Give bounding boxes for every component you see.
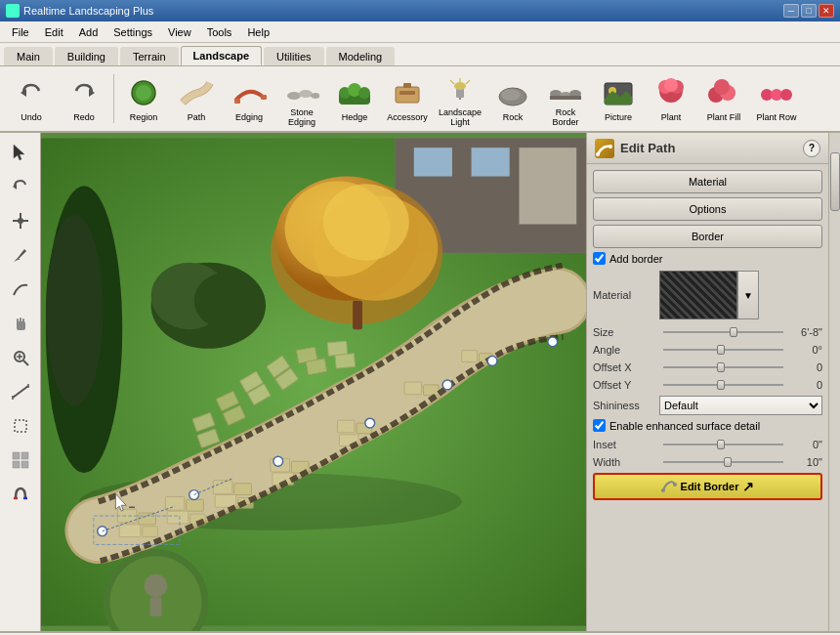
menu-settings[interactable]: Settings — [105, 24, 160, 40]
svg-point-121 — [323, 184, 409, 260]
svg-rect-57 — [15, 420, 26, 432]
edging-button[interactable]: Edging — [224, 71, 274, 126]
shininess-select[interactable]: Default Low Medium High — [659, 396, 822, 415]
panel-scrollbar[interactable] — [828, 133, 840, 631]
tab-landscape[interactable]: Landscape — [181, 46, 262, 65]
svg-point-71 — [46, 215, 104, 406]
svg-line-19 — [450, 80, 454, 84]
svg-rect-48 — [20, 318, 21, 324]
select-tool[interactable] — [5, 137, 36, 168]
size-label: Size — [593, 326, 659, 338]
hedge-button[interactable]: Hedge — [329, 71, 380, 126]
inset-value: 0" — [787, 439, 822, 450]
svg-line-54 — [13, 386, 28, 398]
options-button[interactable]: Options — [593, 197, 822, 221]
material-swatch[interactable] — [659, 271, 737, 319]
tab-modeling[interactable]: Modeling — [326, 47, 396, 65]
region-button[interactable]: Region — [118, 71, 169, 126]
shininess-row: Shininess Default Low Medium High — [593, 396, 822, 415]
tab-main[interactable]: Main — [4, 47, 53, 65]
svg-point-6 — [287, 92, 301, 100]
menu-help[interactable]: Help — [239, 24, 277, 40]
svg-point-44 — [18, 218, 23, 224]
svg-point-113 — [548, 337, 558, 347]
add-border-checkbox[interactable] — [593, 252, 606, 265]
svg-point-7 — [299, 90, 313, 98]
border-button[interactable]: Border — [593, 225, 822, 248]
menu-view[interactable]: View — [160, 24, 199, 40]
svg-rect-77 — [165, 496, 185, 510]
svg-point-112 — [487, 357, 497, 366]
svg-rect-4 — [234, 99, 240, 104]
help-button[interactable]: ? — [803, 140, 820, 157]
svg-rect-93 — [462, 351, 478, 362]
width-slider[interactable] — [663, 455, 783, 469]
material-button[interactable]: Material — [593, 170, 822, 193]
svg-point-3 — [136, 85, 151, 101]
enhanced-surface-checkbox[interactable] — [593, 419, 606, 432]
menu-tools[interactable]: Tools — [199, 24, 240, 40]
offset-y-row: Offset Y 0 — [593, 378, 822, 392]
edging-icon — [231, 75, 267, 110]
canvas[interactable] — [41, 133, 586, 631]
material-dropdown-button[interactable]: ▼ — [737, 271, 759, 319]
cursor-indicator: ↗ — [742, 479, 754, 494]
undo-left-button[interactable] — [5, 171, 36, 202]
edit-border-button[interactable]: Edit Border ↗ — [593, 473, 822, 500]
offset-y-slider[interactable] — [663, 378, 783, 392]
tab-utilities[interactable]: Utilities — [264, 47, 323, 65]
measure-tool[interactable] — [5, 376, 36, 407]
svg-rect-100 — [327, 341, 348, 356]
rock-button[interactable]: Rock — [487, 71, 538, 126]
angle-slider[interactable] — [663, 343, 783, 357]
plant-fill-button[interactable]: Plant Fill — [698, 71, 749, 126]
curve-tool[interactable] — [5, 274, 36, 305]
svg-rect-106 — [335, 354, 356, 368]
picture-button[interactable]: Picture — [593, 71, 644, 126]
enhanced-surface-row: Enable enhanced surface detail — [593, 419, 822, 432]
accessory-button[interactable]: Accessory — [382, 71, 433, 126]
grid-tool[interactable] — [5, 444, 36, 476]
plant-row-button[interactable]: Plant Row — [751, 71, 802, 126]
offset-x-slider[interactable] — [663, 360, 783, 374]
svg-point-39 — [780, 89, 792, 101]
width-value: 10" — [787, 456, 822, 468]
landscape-light-button[interactable]: Landscape Light — [435, 66, 485, 131]
inset-label: Inset — [593, 439, 659, 450]
redo-button[interactable]: Redo — [59, 71, 109, 126]
rock-border-button[interactable]: Rock Border — [540, 66, 591, 131]
toolbar-tabs: Main Building Terrain Landscape Utilitie… — [0, 43, 840, 66]
zoom-tool[interactable] — [5, 342, 36, 373]
crop-tool[interactable] — [5, 410, 36, 442]
close-button[interactable]: ✕ — [819, 4, 834, 18]
inset-slider[interactable] — [663, 438, 783, 451]
minimize-button[interactable]: ─ — [783, 4, 799, 18]
magnet-tool[interactable] — [5, 479, 36, 510]
svg-rect-91 — [404, 382, 422, 395]
redo-icon — [66, 75, 102, 110]
menu-edit[interactable]: Edit — [37, 24, 71, 40]
menu-file[interactable]: File — [4, 24, 37, 40]
svg-rect-61 — [21, 461, 28, 468]
undo-button[interactable]: Undo — [6, 71, 57, 126]
menu-add[interactable]: Add — [71, 24, 106, 40]
svg-rect-88 — [337, 420, 355, 433]
anchor-tool[interactable] — [5, 205, 36, 236]
path-button[interactable]: Path — [171, 71, 222, 126]
tab-building[interactable]: Building — [55, 47, 118, 65]
add-border-row: Add border — [593, 252, 822, 265]
rock-icon — [495, 75, 530, 110]
tab-terrain[interactable]: Terrain — [120, 47, 179, 65]
maximize-button[interactable]: □ — [801, 4, 817, 18]
size-slider[interactable] — [663, 325, 783, 339]
width-row: Width 10" — [593, 455, 822, 469]
stone-edging-button[interactable]: Stone Edging — [276, 66, 327, 131]
stone-edging-icon — [284, 70, 319, 106]
angle-row: Angle 0° — [593, 343, 822, 357]
main-area: Edit Path ? Material Options Border Add … — [0, 133, 840, 631]
pen-tool[interactable] — [5, 239, 36, 271]
plant-button[interactable]: Plant — [646, 71, 696, 126]
size-row: Size 6'-8" — [593, 325, 822, 339]
hand-tool[interactable] — [5, 308, 36, 339]
offset-y-label: Offset Y — [593, 379, 659, 391]
